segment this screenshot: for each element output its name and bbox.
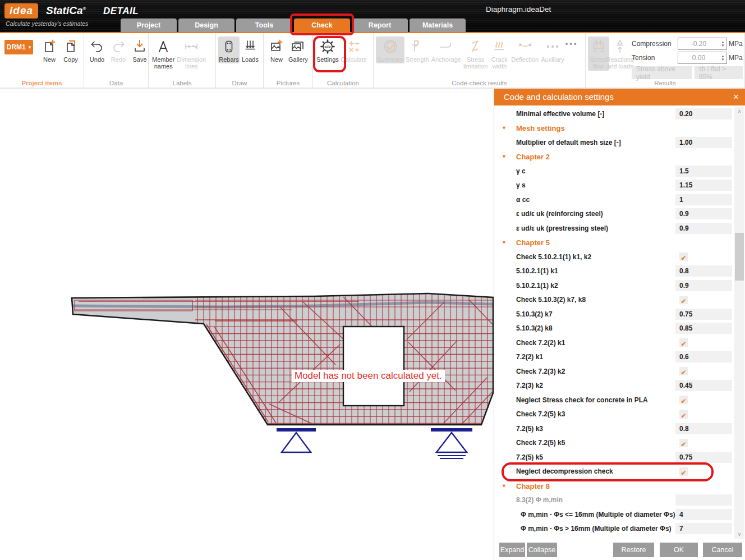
ribbon-group-labels: Member namesDimension linesLabels <box>149 33 216 88</box>
setting-value-input[interactable] <box>675 494 732 506</box>
settings-rows: Minimal effective volume [-]0.20▼Mesh se… <box>494 107 734 536</box>
collapse-triangle-icon[interactable]: ▼ <box>502 125 507 131</box>
tab-tools[interactable]: Tools <box>236 19 292 32</box>
tab-materials[interactable]: Materials <box>410 19 466 32</box>
settings-row: Check 5.10.3(2) k7, k8✔ <box>494 293 734 307</box>
check-icon: ✔ <box>680 440 686 448</box>
tab-report[interactable]: Report <box>352 19 408 32</box>
loads-button[interactable]: Loads <box>240 36 261 63</box>
not-calculated-message: Model has not been calculated yet. <box>292 370 445 382</box>
setting-value-input[interactable]: 0.75 <box>675 309 732 320</box>
setting-value-input[interactable]: 0.8 <box>675 265 732 277</box>
setting-checkbox[interactable]: ✔ <box>679 467 688 476</box>
panel-footer: ExpandCollapseRestoreOKCancel <box>494 540 745 560</box>
settings-row: 7.2(5) k50.75 <box>494 450 734 465</box>
setting-label: Check 5.10.2.1(1) k1, k2 <box>516 253 591 261</box>
setting-value-input[interactable]: 0.20 <box>675 108 732 120</box>
project-item-select[interactable]: DRM1▾ <box>4 40 33 54</box>
setting-value-input[interactable]: 0.9 <box>675 223 732 234</box>
settings-row: Neglect Stress check for concrete in PLA… <box>494 393 734 407</box>
group-label: Draw <box>216 80 263 86</box>
undo-button[interactable]: Undo <box>86 36 108 63</box>
setting-value-input[interactable]: 1.15 <box>675 180 732 191</box>
setting-value-input[interactable]: 7 <box>675 523 732 534</box>
support-pin <box>277 430 316 452</box>
deflection-button: Deflection <box>510 36 540 63</box>
idea-logo: idea <box>4 3 38 19</box>
setting-value: 7 <box>675 523 732 534</box>
setting-value-input[interactable]: 0.85 <box>675 323 732 334</box>
expand-button[interactable]: Expand <box>499 543 525 557</box>
button-label: Loads <box>242 56 259 63</box>
setting-value-input[interactable]: 0.45 <box>675 380 732 391</box>
tab-check[interactable]: Check <box>294 19 350 32</box>
auxiliary-dots-icon <box>544 37 561 56</box>
settings-row: Minimal effective volume [-]0.20 <box>494 107 734 121</box>
setting-label: Multiplier of default mesh size [-] <box>516 139 621 146</box>
panel-scrollbar[interactable]: ∧ ∨ <box>734 107 744 539</box>
rebars-button[interactable]: Rebars <box>218 36 240 63</box>
settings-gear-icon: </> <box>319 37 336 56</box>
save-button[interactable]: Save <box>129 36 150 63</box>
settings-panel: Code and calculation settings × Minimal … <box>494 89 745 560</box>
setting-value-input[interactable]: 1.5 <box>675 166 732 177</box>
collapse-triangle-icon[interactable]: ▼ <box>502 483 507 489</box>
ribbon-group-calculation: </>SettingsCalculateCalculation <box>313 33 374 88</box>
setting-checkbox[interactable]: ✔ <box>679 396 688 404</box>
new-button[interactable]: New <box>39 36 60 63</box>
gallery-button[interactable]: Gallery <box>287 36 309 63</box>
setting-label: 7.2(2) k1 <box>516 353 543 361</box>
close-icon[interactable]: × <box>733 89 739 105</box>
setting-value: 0.9 <box>675 208 732 219</box>
cancel-button[interactable]: Cancel <box>703 543 742 557</box>
ok-button[interactable]: OK <box>660 543 698 557</box>
setting-value: 0.75 <box>675 452 732 463</box>
scroll-up-icon[interactable]: ∧ <box>734 107 744 116</box>
setting-label: 7.2(5) k5 <box>516 453 543 461</box>
group-label: Calculation <box>313 80 373 86</box>
collapse-triangle-icon[interactable]: ▼ <box>502 154 507 159</box>
setting-value: 0.85 <box>675 323 732 334</box>
collapse-triangle-icon[interactable]: ▼ <box>502 240 507 245</box>
setting-value-input[interactable]: 0.9 <box>675 280 732 291</box>
setting-label: Neglect Stress check for concrete in PLA <box>516 396 648 404</box>
setting-value-input[interactable]: 4 <box>675 509 732 520</box>
collapse-button[interactable]: Collapse <box>527 543 557 557</box>
setting-label: Mesh settings <box>516 124 565 132</box>
setting-value-input[interactable]: 0.75 <box>675 452 732 463</box>
setting-value-input[interactable]: 0.8 <box>675 423 732 434</box>
loads-arrows-icon <box>242 37 258 56</box>
setting-value-input[interactable]: 1 <box>675 194 732 205</box>
setting-checkbox[interactable]: ✔ <box>679 439 688 447</box>
model-canvas[interactable]: Model has not been calculated yet. <box>0 89 494 560</box>
setting-checkbox[interactable]: ✔ <box>679 338 688 347</box>
button-label: Deflection <box>511 56 539 63</box>
setting-label: ε ud/ε uk (reinforcing steel) <box>516 210 603 218</box>
spinner-value: 0.00 <box>678 52 719 63</box>
setting-label: Chapter 5 <box>516 238 550 247</box>
spinner-value: -0.20 <box>678 38 719 49</box>
setting-checkbox[interactable]: ✔ <box>679 367 688 375</box>
spinner-label: Tension <box>632 54 678 62</box>
new-button[interactable]: New <box>266 36 287 63</box>
setting-checkbox[interactable]: ✔ <box>679 296 688 304</box>
ribbon-group-project-items: DRM1▾NewCopyProject items <box>0 33 84 88</box>
setting-value-input[interactable]: 0.9 <box>675 208 732 219</box>
crack-width-icon <box>491 37 507 56</box>
setting-checkbox[interactable]: ✔ <box>679 253 688 261</box>
scroll-down-icon[interactable]: ∨ <box>734 530 744 539</box>
settings-button[interactable]: </>Settings <box>315 36 340 63</box>
scrollbar-thumb[interactable] <box>735 233 744 281</box>
restore-button[interactable]: Restore <box>613 543 654 557</box>
setting-checkbox[interactable]: ✔ <box>679 410 688 419</box>
tab-design[interactable]: Design <box>178 19 234 32</box>
unit-label: MPa <box>729 40 743 48</box>
setting-value-input[interactable]: 0.6 <box>675 351 732 362</box>
stress-limitation-button: Stress limitation <box>462 36 489 71</box>
setting-value-input[interactable]: 1.00 <box>675 137 732 148</box>
setting-value: 0.8 <box>675 265 732 277</box>
member-names-button[interactable]: Member names <box>151 36 176 71</box>
copy-button[interactable]: Copy <box>60 36 81 63</box>
tab-project[interactable]: Project <box>121 19 177 32</box>
setting-value: 1.00 <box>675 137 732 148</box>
